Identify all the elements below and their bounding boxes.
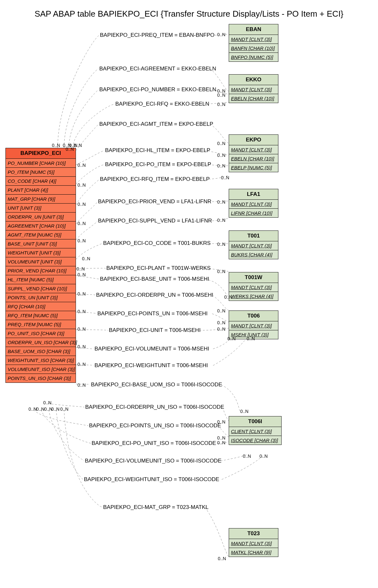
entity-field: MANDT [CLNT (3)] xyxy=(229,539,278,548)
cardinality-label: 0..N xyxy=(217,141,226,146)
entity-field: BANFN [CHAR (10)] xyxy=(229,44,278,53)
entity-field: SUPPL_VEND [CHAR (10)] xyxy=(6,284,76,293)
entity-header: EKKO xyxy=(229,75,278,85)
entity-t006i: T006ICLIENT [CLNT (3)]ISOCODE [CHAR (3)] xyxy=(229,416,282,445)
cardinality-label: 0..N xyxy=(78,221,86,226)
cardinality-label: 0..N xyxy=(217,308,226,313)
cardinality-label: 0..N xyxy=(78,272,86,277)
entity-field: PRIOR_VEND [CHAR (10)] xyxy=(6,266,76,275)
relation-label: BAPIEKPO_ECI-SUPPL_VEND = LFA1-LIFNR xyxy=(98,218,212,224)
entity-field: RFQ_ITEM [NUMC (5)] xyxy=(6,311,76,320)
entity-field: POINTS_UN_ISO [CHAR (3)] xyxy=(6,374,76,383)
relation-label: BAPIEKPO_ECI-RFQ = EKKO-EBELN xyxy=(115,101,209,107)
entity-field: BASE_UOM_ISO [CHAR (3)] xyxy=(6,347,76,356)
cardinality-label: 0..N xyxy=(217,93,226,98)
relation-label: BAPIEKPO_ECI-VOLUMEUNIT = T006-MSEHI xyxy=(94,346,209,352)
relation-label: BAPIEKPO_ECI-PO_NUMBER = EKKO-EBELN xyxy=(99,86,216,93)
relation-label: BAPIEKPO_ECI-PREQ_ITEM = EBAN-BNFPO xyxy=(100,32,215,38)
cardinality-label: 0..N xyxy=(52,143,60,148)
entity-bapiekpo-eci: BAPIEKPO_ECI PO_NUMBER [CHAR (10)]PO_ITE… xyxy=(5,148,76,383)
cardinality-label: 0..N xyxy=(217,163,226,168)
entity-field: ORDERPR_UN_ISO [CHAR (3)] xyxy=(6,338,76,347)
entity-field: CO_CODE [CHAR (4)] xyxy=(6,177,76,186)
entity-field: MATKL [CHAR (9)] xyxy=(229,548,278,557)
relation-label: BAPIEKPO_ECI-BASE_UOM_ISO = T006I-ISOCOD… xyxy=(91,382,222,388)
entity-field: UNIT [UNIT (3)] xyxy=(6,204,76,213)
entity-header: T006I xyxy=(229,416,281,427)
cardinality-label: 0..N xyxy=(218,556,226,561)
entity-ekko: EKKOMANDT [CLNT (3)]EBELN [CHAR (10)] xyxy=(229,74,278,103)
cardinality-label: 0..N xyxy=(217,419,226,424)
cardinality-label: 0..N xyxy=(78,163,86,168)
entity-field: BASE_UNIT [UNIT (3)] xyxy=(6,239,76,248)
entity-field: VOLUMEUNIT_ISO [CHAR (3)] xyxy=(6,365,76,374)
relation-label: BAPIEKPO_ECI-WEIGHTUNIT = T006-MSEHI xyxy=(94,362,208,369)
entity-header: EBAN xyxy=(229,24,278,35)
entity-eban: EBANMANDT [CLNT (3)]BANFN [CHAR (10)]BNF… xyxy=(229,24,278,62)
cardinality-label: 0..N xyxy=(217,153,226,158)
relation-label: BAPIEKPO_ECI-RFQ_ITEM = EKPO-EBELP xyxy=(100,176,210,182)
entity-field: EBELP [NUMC (5)] xyxy=(229,163,278,172)
relation-label: BAPIEKPO_ECI-POINTS_UN_ISO = T006I-ISOCO… xyxy=(89,423,221,429)
cardinality-label: 0..N xyxy=(78,238,86,243)
entity-field: WEIGHTUNIT [UNIT (3)] xyxy=(6,248,76,257)
relation-label: BAPIEKPO_ECI-PO_ITEM = EKPO-EBELP xyxy=(105,161,211,168)
relation-label: BAPIEKPO_ECI-WEIGHTUNIT_ISO = T006I-ISOC… xyxy=(84,476,219,483)
cardinality-label: 0..N xyxy=(82,256,90,261)
entity-field: BNFPO [NUMC (5)] xyxy=(229,53,278,61)
entity-field: BUKRS [CHAR (4)] xyxy=(229,250,278,259)
entity-field: MANDT [CLNT (3)] xyxy=(229,241,278,250)
cardinality-label: 0..N xyxy=(51,407,60,412)
cardinality-label: 0..N xyxy=(221,175,229,180)
diagram-title: SAP ABAP table BAPIEKPO_ECI {Transfer St… xyxy=(0,9,378,19)
entity-field: AGMT_ITEM [NUMC (5)] xyxy=(6,230,76,239)
cardinality-label: 0..N xyxy=(259,454,268,459)
cardinality-label: 0..N xyxy=(60,407,69,412)
relation-label: BAPIEKPO_ECI-ORDERPR_UN = T006-MSEHI xyxy=(96,292,213,298)
entity-field: WERKS [CHAR (4)] xyxy=(229,292,278,301)
entity-header: T023 xyxy=(229,528,278,539)
relation-label: BAPIEKPO_ECI-UNIT = T006-MSEHI xyxy=(109,327,201,334)
cardinality-label: 0..N xyxy=(77,266,85,271)
entity-header: T001 xyxy=(229,231,278,241)
cardinality-label: 0..N xyxy=(217,269,226,274)
entity-field: PO_NUMBER [CHAR (10)] xyxy=(6,159,76,168)
cardinality-label: 0..N xyxy=(217,320,226,325)
cardinality-label: 0..N xyxy=(36,407,45,412)
relation-label: BAPIEKPO_ECI-AGREEMENT = EKKO-EBELN xyxy=(99,66,216,72)
relation-label: BAPIEKPO_ECI-BASE_UNIT = T006-MSEHI xyxy=(100,276,209,282)
cardinality-label: 0..N xyxy=(217,199,226,205)
cardinality-label: 0..N xyxy=(217,435,226,440)
entity-header: BAPIEKPO_ECI xyxy=(6,148,76,159)
cardinality-label: 0..N xyxy=(217,218,226,223)
entity-field: PREQ_ITEM [NUMC (5)] xyxy=(6,320,76,329)
entity-field: AGREEMENT [CHAR (10)] xyxy=(6,222,76,230)
entity-header: T001W xyxy=(229,272,278,283)
entity-field: MANDT [CLNT (3)] xyxy=(229,283,278,292)
entity-t023: T023MANDT [CLNT (3)]MATKL [CHAR (9)] xyxy=(229,528,278,557)
cardinality-label: 0..N xyxy=(78,309,86,314)
relation-label: BAPIEKPO_ECI-MAT_GRP = T023-MATKL xyxy=(103,504,209,511)
cardinality-label: 0..N xyxy=(217,326,226,332)
entity-field: EBELN [CHAR (10)] xyxy=(229,94,278,103)
entity-field: MANDT [CLNT (3)] xyxy=(229,35,278,44)
cardinality-label: 0..N xyxy=(29,407,37,412)
relation-label: BAPIEKPO_ECI-AGMT_ITEM = EKPO-EBELP xyxy=(99,121,213,127)
entity-header: T006 xyxy=(229,311,278,321)
cardinality-label: 0..N xyxy=(217,32,226,37)
relation-label: BAPIEKPO_ECI-PO_UNIT_ISO = T006I-ISOCODE xyxy=(92,440,216,447)
entity-field: ORDERPR_UN [UNIT (3)] xyxy=(6,213,76,222)
cardinality-label: 0..N xyxy=(217,440,226,445)
entity-field: MANDT [CLNT (3)] xyxy=(229,321,278,330)
entity-field: EBELN [CHAR (10)] xyxy=(229,154,278,163)
cardinality-label: 0..N xyxy=(78,291,86,296)
entity-field: PO_UNIT_ISO [CHAR (3)] xyxy=(6,329,76,338)
entity-header: LFA1 xyxy=(229,189,278,200)
cardinality-label: 0..N xyxy=(66,147,74,152)
entity-field: MANDT [CLNT (3)] xyxy=(229,85,278,94)
entity-field: WEIGHTUNIT_ISO [CHAR (3)] xyxy=(6,356,76,365)
entity-field: HL_ITEM [NUMC (5)] xyxy=(6,275,76,284)
cardinality-label: 0..N xyxy=(224,294,233,300)
cardinality-label: 0..N xyxy=(227,336,236,341)
entity-field: LIFNR [CHAR (10)] xyxy=(229,209,278,217)
